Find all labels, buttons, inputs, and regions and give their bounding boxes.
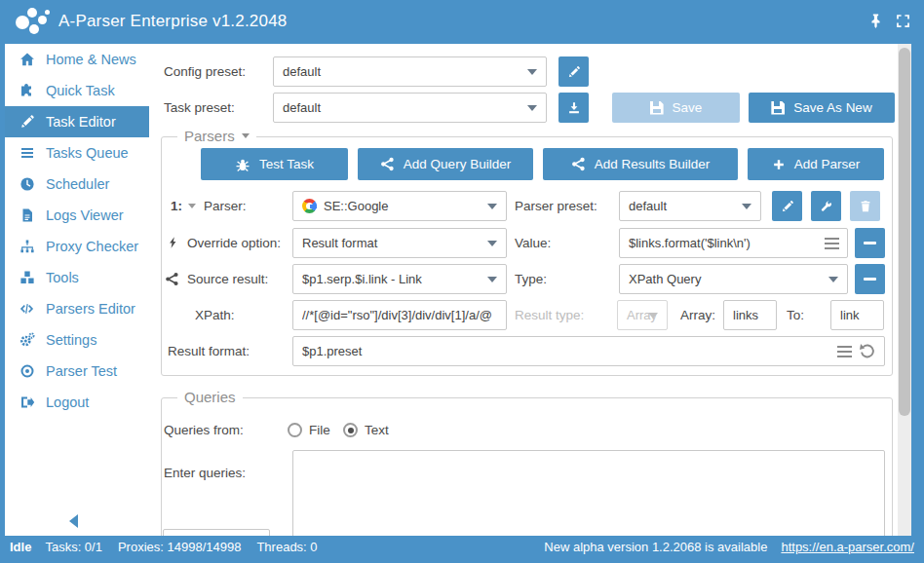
status-state: Idle xyxy=(10,540,31,554)
config-preset-select[interactable]: default xyxy=(273,56,547,87)
remove-result-button[interactable] xyxy=(855,264,885,294)
sidebar-item-tools[interactable]: Tools xyxy=(5,262,149,293)
sidebar-item-quick-task[interactable]: Quick Task xyxy=(5,75,149,106)
add-query-builder-button[interactable]: Add Query Builder xyxy=(358,148,533,180)
sitemap-icon xyxy=(18,239,36,254)
vertical-scrollbar[interactable] xyxy=(898,44,911,536)
task-preset-select[interactable]: default xyxy=(273,93,547,123)
list-icon xyxy=(18,145,36,161)
sidebar: Home & News Quick Task Task Editor Tasks… xyxy=(5,44,149,536)
test-task-button[interactable]: Test Task xyxy=(201,148,348,180)
status-threads: Threads: 0 xyxy=(256,540,317,554)
type-select[interactable]: XPath Query xyxy=(619,264,848,294)
cubes-icon xyxy=(18,270,36,285)
enter-queries-label: Enter queries: xyxy=(164,458,246,488)
app-title: A-Parser Enterprise v1.2.2048 xyxy=(58,12,287,31)
source-result-select[interactable]: $p1.serp.$i.link - Link xyxy=(292,264,507,294)
parser-preset-label: Parser preset: xyxy=(515,191,597,221)
queries-from-label: Queries from: xyxy=(164,415,244,445)
download-icon xyxy=(567,101,581,115)
pencil-icon xyxy=(18,114,36,130)
share-icon xyxy=(165,272,180,287)
trash-icon xyxy=(859,200,872,213)
status-tasks: Tasks: 0/1 xyxy=(45,540,102,554)
delete-parser-button[interactable] xyxy=(850,191,880,221)
parser-select[interactable]: SE::Google xyxy=(292,191,507,221)
result-format-label: Result format: xyxy=(168,336,250,366)
template-menu-icon[interactable] xyxy=(825,238,839,249)
cutoff-element xyxy=(163,529,270,536)
pencil-icon xyxy=(781,200,794,213)
sidebar-item-tasks-queue[interactable]: Tasks Queue xyxy=(5,137,149,169)
update-link[interactable]: https://en.a-parser.com/ xyxy=(781,540,914,554)
save-button[interactable]: Save xyxy=(612,93,740,123)
sidebar-item-settings[interactable]: Settings xyxy=(5,324,149,356)
undo-icon[interactable] xyxy=(859,342,876,363)
to-label: To: xyxy=(787,300,804,330)
remove-override-button[interactable] xyxy=(855,228,885,258)
sidebar-item-scheduler[interactable]: Scheduler xyxy=(5,169,149,200)
chevron-down-icon xyxy=(742,204,751,209)
array-input[interactable] xyxy=(723,300,777,330)
parser-preset-select[interactable]: default xyxy=(619,191,761,221)
to-input[interactable] xyxy=(830,300,884,330)
google-icon xyxy=(302,199,317,213)
save-icon xyxy=(771,101,785,115)
file-option-label[interactable]: File xyxy=(309,415,330,445)
collapse-row-icon[interactable] xyxy=(188,204,196,208)
add-results-builder-button[interactable]: Add Results Builder xyxy=(543,148,738,180)
override-option-label: Override option: xyxy=(187,228,281,258)
fullscreen-icon[interactable] xyxy=(895,13,911,29)
save-as-new-button[interactable]: Save As New xyxy=(749,93,895,123)
queries-textarea[interactable] xyxy=(292,450,885,536)
add-parser-button[interactable]: Add Parser xyxy=(748,148,884,180)
task-preset-label: Task preset: xyxy=(164,93,235,123)
sidebar-item-logs-viewer[interactable]: Logs Viewer xyxy=(5,200,149,231)
edit-config-button[interactable] xyxy=(558,56,589,87)
logout-icon xyxy=(18,394,36,410)
a-parser-logo-icon xyxy=(16,7,51,37)
parsers-legend[interactable]: Parsers xyxy=(177,128,256,144)
load-preset-button[interactable] xyxy=(558,93,589,123)
share-icon xyxy=(380,157,395,171)
queries-from-text-radio[interactable] xyxy=(343,423,358,437)
queries-legend: Queries xyxy=(177,389,243,405)
sidebar-item-proxy-checker[interactable]: Proxy Checker xyxy=(5,231,149,262)
sidebar-item-parser-test[interactable]: Parser Test xyxy=(5,356,149,387)
text-option-label[interactable]: Text xyxy=(365,415,389,445)
value-input[interactable] xyxy=(619,228,848,258)
code-icon xyxy=(18,301,36,317)
override-option-select[interactable]: Result format xyxy=(292,228,507,258)
minus-icon xyxy=(864,242,876,244)
template-menu-icon[interactable] xyxy=(837,346,852,357)
queries-from-file-radio[interactable] xyxy=(288,423,302,437)
pencil-icon xyxy=(567,65,581,79)
save-icon xyxy=(650,101,664,115)
title-bar: A-Parser Enterprise v1.2.2048 xyxy=(0,0,924,44)
parser-settings-button[interactable] xyxy=(811,191,841,221)
chevron-down-icon xyxy=(487,277,497,282)
wrench-icon xyxy=(820,200,833,213)
sidebar-item-parsers-editor[interactable]: Parsers Editor xyxy=(5,293,149,324)
plus-icon xyxy=(772,158,786,171)
status-bar: Idle Tasks: 0/1 Proxies: 14998/14998 Thr… xyxy=(0,536,924,563)
chevron-down-icon xyxy=(527,69,537,75)
minus-icon xyxy=(864,278,876,281)
queries-from-options: File Text xyxy=(288,415,541,445)
chevron-down-icon xyxy=(487,204,497,209)
clock-icon xyxy=(18,176,36,192)
sidebar-collapse-icon[interactable] xyxy=(69,514,78,528)
sidebar-item-logout[interactable]: Logout xyxy=(5,387,149,418)
pin-icon[interactable] xyxy=(867,13,884,29)
gears-icon xyxy=(18,332,36,348)
result-type-select: Array xyxy=(617,300,668,330)
scrollbar-thumb[interactable] xyxy=(899,48,910,416)
bug-icon xyxy=(235,157,250,172)
xpath-input[interactable] xyxy=(292,300,507,330)
edit-preset-button[interactable] xyxy=(772,191,802,221)
result-format-input[interactable] xyxy=(292,336,885,366)
sidebar-item-home-news[interactable]: Home & News xyxy=(5,44,149,75)
sidebar-item-task-editor[interactable]: Task Editor xyxy=(5,106,149,137)
puzzle-icon xyxy=(18,83,36,98)
main-content: Config preset: default Task preset: defa… xyxy=(149,44,898,536)
